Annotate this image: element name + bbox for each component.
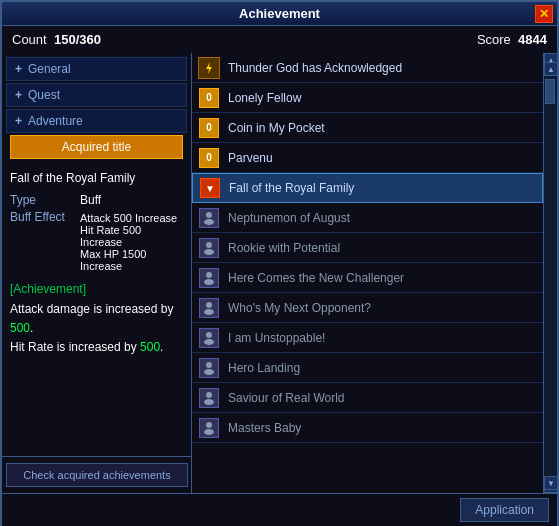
nav-items: + General + Quest + Adventure Acquired t… bbox=[2, 53, 191, 165]
buff-label: Buff Effect bbox=[10, 210, 80, 272]
main-scrollbar: ▲ ▼ bbox=[543, 62, 557, 490]
achievement-window: Achievement ✕ Count 150/360 Score 4844 +… bbox=[0, 0, 559, 526]
title-bar: Achievement ✕ bbox=[2, 2, 557, 26]
ach-item-12[interactable]: Saviour of Real World bbox=[192, 383, 543, 413]
ach-name-13: Masters Baby bbox=[228, 421, 301, 435]
buff-line-1: Attack 500 Increase bbox=[80, 212, 183, 224]
type-label: Type bbox=[10, 193, 80, 207]
buff-line-3: Max HP 1500 Increase bbox=[80, 248, 183, 272]
buff-line-2: Hit Rate 500 Increase bbox=[80, 224, 183, 248]
svg-point-8 bbox=[204, 309, 214, 315]
ach-name-2: Lonely Fellow bbox=[228, 91, 301, 105]
type-row: Type Buff bbox=[10, 193, 183, 207]
ach-item-9[interactable]: Who's My Next Opponent? bbox=[192, 293, 543, 323]
svg-point-16 bbox=[204, 429, 214, 435]
count-value: 150/360 bbox=[54, 32, 101, 47]
sidebar-item-adventure-label: Adventure bbox=[28, 114, 83, 128]
ach-item-8[interactable]: Here Comes the New Challenger bbox=[192, 263, 543, 293]
list-container: Thunder God has Acknowledged 0 Lonely Fe… bbox=[192, 53, 557, 493]
window-title: Achievement bbox=[239, 6, 320, 21]
main-scroll-thumb[interactable] bbox=[545, 79, 555, 104]
char-icon-11 bbox=[199, 358, 219, 378]
ach-item-10[interactable]: I am Unstoppable! bbox=[192, 323, 543, 353]
svg-point-15 bbox=[206, 422, 212, 428]
ach-icon-5: ▼ bbox=[199, 177, 221, 199]
svg-point-7 bbox=[206, 302, 212, 308]
zero-icon-2: 0 bbox=[199, 88, 219, 108]
sidebar-item-quest[interactable]: + Quest bbox=[6, 83, 187, 107]
zero-icon-4: 0 bbox=[199, 148, 219, 168]
char-icon-8 bbox=[199, 268, 219, 288]
close-button[interactable]: ✕ bbox=[535, 5, 553, 23]
char-icon-6 bbox=[199, 208, 219, 228]
main-scroll-up[interactable]: ▲ bbox=[544, 62, 558, 76]
ach-icon-13 bbox=[198, 417, 220, 439]
ach-icon-8 bbox=[198, 267, 220, 289]
ach-name-12: Saviour of Real World bbox=[228, 391, 345, 405]
ach-item-5[interactable]: ▼ Fall of the Royal Family bbox=[192, 173, 543, 203]
ach-item-6[interactable]: Neptunemon of August bbox=[192, 203, 543, 233]
ach-icon-12 bbox=[198, 387, 220, 409]
ach-icon-3: 0 bbox=[198, 117, 220, 139]
achievement-desc-1: Attack damage is increased by 500. bbox=[10, 300, 183, 338]
ach-item-11[interactable]: Hero Landing bbox=[192, 353, 543, 383]
achievement-val-2: 500 bbox=[140, 340, 160, 354]
ach-icon-1 bbox=[198, 57, 220, 79]
score-display: Score 4844 bbox=[477, 32, 547, 47]
svg-marker-0 bbox=[206, 62, 212, 74]
sidebar-item-general-label: General bbox=[28, 62, 71, 76]
svg-point-5 bbox=[206, 272, 212, 278]
svg-point-1 bbox=[206, 212, 212, 218]
svg-point-12 bbox=[204, 369, 214, 375]
thunder-icon bbox=[198, 57, 220, 79]
ach-name-3: Coin in My Pocket bbox=[228, 121, 325, 135]
ach-name-5: Fall of the Royal Family bbox=[229, 181, 354, 195]
svg-point-14 bbox=[204, 399, 214, 405]
main-scroll-down[interactable]: ▼ bbox=[544, 476, 558, 490]
type-value: Buff bbox=[80, 193, 101, 207]
char-icon-12 bbox=[199, 388, 219, 408]
achievement-list: Thunder God has Acknowledged 0 Lonely Fe… bbox=[192, 53, 543, 493]
ach-name-4: Parvenu bbox=[228, 151, 273, 165]
expand-icon-quest: + bbox=[15, 88, 22, 102]
sidebar-item-adventure[interactable]: + Adventure bbox=[6, 109, 187, 133]
top-bar: Count 150/360 Score 4844 bbox=[2, 26, 557, 53]
char-icon-13 bbox=[199, 418, 219, 438]
svg-point-13 bbox=[206, 392, 212, 398]
sidebar-item-acquired-title[interactable]: Acquired title bbox=[10, 135, 183, 159]
svg-point-3 bbox=[206, 242, 212, 248]
application-button[interactable]: Application bbox=[460, 498, 549, 522]
ach-item-3[interactable]: 0 Coin in My Pocket bbox=[192, 113, 543, 143]
ach-icon-7 bbox=[198, 237, 220, 259]
ach-item-13[interactable]: Masters Baby bbox=[192, 413, 543, 443]
buff-effects: Attack 500 Increase Hit Rate 500 Increas… bbox=[80, 212, 183, 272]
main-scroll-track bbox=[544, 76, 557, 476]
svg-point-10 bbox=[204, 339, 214, 345]
char-icon-10 bbox=[199, 328, 219, 348]
sidebar-item-general[interactable]: + General bbox=[6, 57, 187, 81]
main-content: + General + Quest + Adventure Acquired t… bbox=[2, 53, 557, 493]
ach-icon-10 bbox=[198, 327, 220, 349]
ach-name-11: Hero Landing bbox=[228, 361, 300, 375]
ach-name-1: Thunder God has Acknowledged bbox=[228, 61, 402, 75]
selected-achievement-name: Fall of the Royal Family bbox=[10, 171, 183, 185]
count-display: Count 150/360 bbox=[12, 32, 101, 47]
svg-point-11 bbox=[206, 362, 212, 368]
acquired-title-label: Acquired title bbox=[62, 140, 131, 154]
ach-item-4[interactable]: 0 Parvenu bbox=[192, 143, 543, 173]
ach-icon-11 bbox=[198, 357, 220, 379]
svg-point-4 bbox=[204, 249, 214, 255]
ach-item-1[interactable]: Thunder God has Acknowledged bbox=[192, 53, 543, 83]
ach-item-7[interactable]: Rookie with Potential bbox=[192, 233, 543, 263]
ach-name-8: Here Comes the New Challenger bbox=[228, 271, 404, 285]
ach-name-6: Neptunemon of August bbox=[228, 211, 350, 225]
achievement-val-1: 500 bbox=[10, 321, 30, 335]
achievement-desc-2: Hit Rate is increased by 500. bbox=[10, 338, 183, 357]
check-achievements-button[interactable]: Check acquired achievements bbox=[6, 463, 188, 487]
svg-point-9 bbox=[206, 332, 212, 338]
ach-item-2[interactable]: 0 Lonely Fellow bbox=[192, 83, 543, 113]
expand-icon-general: + bbox=[15, 62, 22, 76]
expand-icon-adventure: + bbox=[15, 114, 22, 128]
ach-name-10: I am Unstoppable! bbox=[228, 331, 325, 345]
char-icon-7 bbox=[199, 238, 219, 258]
